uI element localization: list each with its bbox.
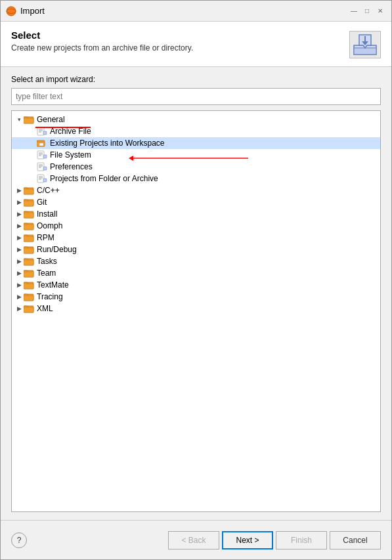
item-label-tasks: Tasks <box>37 257 57 266</box>
svg-rect-10 <box>37 127 44 135</box>
back-button[interactable]: < Back <box>168 531 219 549</box>
expand-arrow-projects-folder[interactable] <box>12 174 37 183</box>
svg-rect-47 <box>24 236 33 242</box>
svg-rect-41 <box>24 213 33 218</box>
svg-rect-56 <box>24 272 33 277</box>
expand-arrow-install[interactable]: ▶ <box>12 209 24 219</box>
expand-arrow-xml[interactable]: ▶ <box>12 304 24 313</box>
expand-arrow-general[interactable]: ▾ <box>12 115 24 124</box>
tree-item-general[interactable]: ▾ General <box>12 114 380 125</box>
item-icon-rpm <box>24 233 34 242</box>
expand-arrow-existing-projects[interactable] <box>12 139 37 148</box>
expand-arrow-textmate[interactable]: ▶ <box>12 280 24 290</box>
tree-item-install[interactable]: ▶ Install <box>12 208 380 220</box>
select-wizard-label: Select an import wizard: <box>11 75 381 84</box>
import-tray-icon <box>353 33 378 56</box>
item-label-cpp: C/C++ <box>37 186 60 195</box>
expand-arrow-oomph[interactable]: ▶ <box>12 221 24 230</box>
svg-rect-65 <box>24 307 33 312</box>
cancel-button[interactable]: Cancel <box>330 531 381 549</box>
expand-arrow-team[interactable]: ▶ <box>12 269 24 278</box>
expand-arrow-tracing[interactable]: ▶ <box>12 292 24 301</box>
button-bar: ? < Back Next > Finish Cancel <box>1 520 391 559</box>
tree-item-existing-projects[interactable]: Existing Projects into Workspace <box>12 137 380 149</box>
item-icon-install <box>24 209 34 219</box>
tree-item-run-debug[interactable]: ▶ Run/Debug <box>12 244 380 255</box>
svg-point-0 <box>7 7 16 16</box>
item-icon-existing-projects <box>37 139 47 148</box>
tree-item-file-system[interactable]: File System <box>12 149 380 161</box>
title-controls: — □ ✕ <box>348 5 386 17</box>
svg-rect-50 <box>24 248 33 253</box>
import-window: Import — □ ✕ Select Create new projects … <box>0 0 392 560</box>
title-bar-left: Import <box>6 6 45 16</box>
item-label-install: Install <box>37 209 57 219</box>
tree-item-rpm[interactable]: ▶ RPM <box>12 232 380 244</box>
item-icon-preferences <box>37 162 47 171</box>
svg-rect-17 <box>39 143 43 146</box>
finish-button[interactable]: Finish <box>276 531 327 549</box>
tree-item-git[interactable]: ▶ Git <box>12 196 380 208</box>
maximize-button[interactable]: □ <box>361 5 373 17</box>
item-label-archive-file: Archive File <box>50 127 91 136</box>
item-icon-run-debug <box>24 245 34 254</box>
item-icon-tracing <box>24 292 34 301</box>
tree-item-oomph[interactable]: ▶ Oomph <box>12 220 380 232</box>
item-label-file-system: File System <box>50 150 91 160</box>
expand-arrow-file-system[interactable] <box>12 150 37 160</box>
tree-item-tasks[interactable]: ▶ Tasks <box>12 255 380 267</box>
svg-rect-27 <box>43 167 47 170</box>
item-label-existing-projects: Existing Projects into Workspace <box>50 139 165 148</box>
item-icon-tasks <box>24 257 34 266</box>
item-label-git: Git <box>37 198 47 207</box>
svg-rect-53 <box>24 260 33 265</box>
close-button[interactable]: ✕ <box>374 5 386 17</box>
item-label-tracing: Tracing <box>37 292 63 301</box>
item-icon-oomph <box>24 221 34 230</box>
tree-item-team[interactable]: ▶ Team <box>12 267 380 279</box>
tree-item-archive-file[interactable]: Archive File <box>12 125 380 137</box>
item-icon-team <box>24 269 34 278</box>
nav-buttons: < Back Next > Finish Cancel <box>168 531 381 549</box>
expand-arrow-git[interactable]: ▶ <box>12 198 24 207</box>
tree-item-projects-folder[interactable]: Projects from Folder or Archive <box>12 173 380 184</box>
item-icon-archive-file <box>37 127 47 136</box>
expand-arrow-rpm[interactable]: ▶ <box>12 233 24 242</box>
svg-rect-9 <box>24 118 33 123</box>
svg-rect-32 <box>43 179 47 182</box>
svg-rect-14 <box>43 131 47 135</box>
window-title: Import <box>20 6 45 16</box>
item-label-run-debug: Run/Debug <box>37 245 77 254</box>
header-text: Select Create new projects from an archi… <box>11 30 193 53</box>
minimize-button[interactable]: — <box>348 5 360 17</box>
title-bar: Import — □ ✕ <box>1 1 391 22</box>
svg-rect-59 <box>24 284 33 289</box>
tree-item-textmate[interactable]: ▶ TextMate <box>12 279 380 291</box>
tree-item-preferences[interactable]: Preferences <box>12 161 380 173</box>
help-button[interactable]: ? <box>11 532 27 548</box>
item-icon-xml <box>24 304 34 313</box>
item-label-projects-folder: Projects from Folder or Archive <box>50 174 158 183</box>
tree-item-cpp[interactable]: ▶ C/C++ <box>12 184 380 196</box>
content-area: Select an import wizard: ▾ General Archi… <box>1 67 391 520</box>
filter-input[interactable] <box>11 88 381 105</box>
expand-arrow-cpp[interactable]: ▶ <box>12 186 24 195</box>
item-label-team: Team <box>37 269 56 278</box>
expand-arrow-tasks[interactable]: ▶ <box>12 257 24 266</box>
item-icon-file-system <box>37 150 47 160</box>
item-label-oomph: Oomph <box>37 221 62 230</box>
svg-rect-35 <box>24 189 33 194</box>
item-icon-textmate <box>24 280 34 290</box>
item-label-textmate: TextMate <box>37 280 69 290</box>
item-label-preferences: Preferences <box>50 162 93 171</box>
svg-rect-3 <box>354 48 376 54</box>
tree-item-xml[interactable]: ▶ XML <box>12 303 380 314</box>
tree-item-tracing[interactable]: ▶ Tracing <box>12 291 380 303</box>
svg-rect-22 <box>43 155 47 158</box>
expand-arrow-archive-file[interactable] <box>12 127 37 136</box>
expand-arrow-preferences[interactable] <box>12 162 37 171</box>
svg-rect-44 <box>24 225 33 230</box>
item-icon-general <box>24 115 34 124</box>
expand-arrow-run-debug[interactable]: ▶ <box>12 245 24 254</box>
next-button[interactable]: Next > <box>222 531 273 549</box>
